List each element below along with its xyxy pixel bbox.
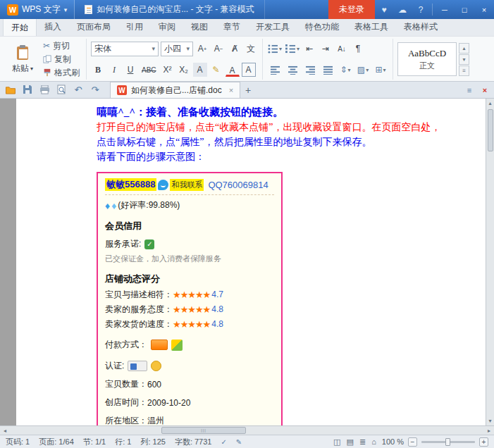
horizontal-scroll-track[interactable]: ||| <box>10 426 484 435</box>
bullet-list-button[interactable]: ▾ <box>267 42 283 56</box>
qq-number: QQ760069814 <box>208 180 268 190</box>
chevron-down-icon: ▾ <box>348 67 351 73</box>
font-size-select[interactable]: 小四 ▾ <box>161 42 193 56</box>
maximize-button[interactable]: □ <box>455 0 474 19</box>
tab-developer[interactable]: 开发工具 <box>248 19 297 36</box>
vertical-scroll-thumb[interactable] <box>488 109 493 151</box>
paragraph-mark-button[interactable]: ¶ <box>351 42 365 56</box>
print-preview-icon <box>56 85 66 94</box>
align-center-button[interactable] <box>285 63 300 77</box>
print-preview-button[interactable] <box>54 82 69 97</box>
web-view-button[interactable]: ⌂ <box>371 437 376 446</box>
app-menu-button[interactable]: W WPS 文字 ▾ <box>0 0 75 19</box>
page[interactable]: 嘻嘻^_^：接着、准备收藏按钮的链接。 打开自己的淘宝店铺，点击“收藏本点铺”，… <box>16 99 486 425</box>
tab-section[interactable]: 章节 <box>216 19 248 36</box>
scroll-left-icon[interactable]: ◂ <box>0 426 10 435</box>
tab-table-style[interactable]: 表格样式 <box>396 19 445 36</box>
new-tab-button[interactable]: + <box>240 82 256 98</box>
undo-button[interactable]: ↶ <box>70 82 86 97</box>
tab-review[interactable]: 审阅 <box>151 19 183 36</box>
window-title-tab[interactable]: 如何装修自己的淘宝店... - 文字 - 兼容模式 <box>75 0 264 19</box>
sort-button[interactable]: A↓ <box>335 42 349 56</box>
login-button[interactable]: 未登录 <box>328 0 375 19</box>
scroll-right-icon[interactable]: ▸ <box>484 426 494 435</box>
italic-button[interactable]: I <box>107 63 121 77</box>
style-normal[interactable]: AaBbCcD 正文 <box>397 42 457 76</box>
zoom-in-button[interactable]: + <box>479 437 488 447</box>
clear-format-button[interactable]: Ⱥ <box>228 42 242 56</box>
horizontal-scrollbar[interactable]: ◂ ||| ▸ <box>0 425 494 435</box>
spellcheck-icon[interactable]: ✓ <box>221 438 226 446</box>
help-icon[interactable]: ? <box>412 0 430 19</box>
vertical-scrollbar[interactable]: ▴ ▾ <box>486 99 494 425</box>
save-button[interactable] <box>20 82 35 97</box>
pinyin-guide-button[interactable]: 文 <box>244 42 258 56</box>
tab-references[interactable]: 引用 <box>118 19 151 36</box>
zoom-slider-track[interactable] <box>421 441 475 443</box>
scroll-down-icon[interactable]: ▾ <box>486 416 494 425</box>
minimize-button[interactable]: ─ <box>435 0 455 19</box>
paste-button[interactable]: 粘贴 ▾ <box>7 39 38 79</box>
close-document-button[interactable]: × <box>478 84 491 97</box>
horizontal-scroll-thumb[interactable]: ||| <box>161 427 246 434</box>
page-view-button[interactable]: ▤ <box>347 437 354 447</box>
underline-button[interactable]: U <box>123 63 137 77</box>
document-area: 嘻嘻^_^：接着、准备收藏按钮的链接。 打开自己的淘宝店铺，点击“收藏本点铺”，… <box>0 99 494 425</box>
scroll-up-icon[interactable]: ▴ <box>486 99 494 108</box>
align-left-button[interactable] <box>267 63 283 77</box>
numbered-list-button[interactable]: ▾ <box>285 42 300 56</box>
font-color-button[interactable]: A <box>226 65 240 77</box>
open-file-button[interactable] <box>3 82 18 97</box>
font-family-select[interactable]: 宋体 ▾ <box>91 42 159 56</box>
strikethrough-button[interactable]: ABC <box>140 63 159 77</box>
highlight-color-button[interactable]: ✎ <box>209 63 223 77</box>
tab-insert[interactable]: 插入 <box>37 19 69 36</box>
shading-button[interactable]: ▨ ▾ <box>355 63 371 77</box>
outline-view-button[interactable]: ≣ <box>359 437 366 447</box>
tab-list-icon[interactable]: ≡ <box>463 84 476 97</box>
char-shading-button[interactable]: A <box>193 63 207 77</box>
statusbar-right: ◫ ▤ ≣ ⌂ 100 % − + <box>333 437 488 447</box>
tab-view[interactable]: 视图 <box>183 19 216 36</box>
read-view-button[interactable]: ◫ <box>333 437 340 447</box>
copy-button[interactable]: 复制 <box>41 53 82 66</box>
app-menu-label: WPS 文字 <box>22 4 61 15</box>
style-gallery-more-button[interactable]: ≡ <box>459 66 469 76</box>
field-row: 所在地区： 温州 <box>105 415 274 425</box>
style-scroll-up-button[interactable]: ▴ <box>459 43 469 54</box>
align-right-button[interactable] <box>302 63 318 77</box>
close-tab-icon[interactable]: × <box>229 86 233 94</box>
increase-indent-button[interactable]: ⇥ <box>319 42 333 56</box>
redo-button[interactable]: ↷ <box>87 82 103 97</box>
tab-home[interactable]: 开始 <box>3 19 37 36</box>
edit-mode-icon[interactable]: ✎ <box>236 438 242 446</box>
tab-page-layout[interactable]: 页面布局 <box>69 19 118 36</box>
increase-font-button[interactable]: A+ <box>195 42 209 56</box>
cloud-sync-icon[interactable]: ☁ <box>393 0 412 19</box>
bold-button[interactable]: B <box>91 63 105 77</box>
zoom-out-button[interactable]: − <box>408 437 417 447</box>
justify-button[interactable] <box>320 63 335 77</box>
print-button[interactable] <box>37 82 52 97</box>
zoom-level[interactable]: 100 % <box>382 437 404 446</box>
zoom-slider-thumb[interactable] <box>445 438 450 446</box>
shop-info-image[interactable]: 敏敏556888 和我联系 QQ760069814 ♦ ♦ (好评率:99.88… <box>97 172 283 425</box>
superscript-button[interactable]: X² <box>161 63 175 77</box>
decrease-indent-button[interactable]: ⇤ <box>302 42 316 56</box>
document-tab[interactable]: W 如何装修自己...店铺.doc × <box>110 82 240 98</box>
bullet-list-icon <box>268 44 278 54</box>
cut-button[interactable]: ✂ 剪切 <box>41 39 82 52</box>
subscript-button[interactable]: X₂ <box>177 63 191 77</box>
tab-table-tools[interactable]: 表格工具 <box>347 19 396 36</box>
tab-special-features[interactable]: 特色功能 <box>297 19 347 36</box>
line-spacing-button[interactable]: ⇕ ▾ <box>338 63 353 77</box>
close-window-button[interactable]: × <box>474 0 494 19</box>
align-left-icon <box>270 66 280 75</box>
format-painter-button[interactable]: 格式刷 <box>41 66 82 79</box>
borders-button[interactable]: ⊞ ▾ <box>373 63 388 77</box>
style-scroll-down-button[interactable]: ▾ <box>459 54 469 65</box>
char-border-button[interactable]: A <box>242 63 256 77</box>
favorite-icon[interactable]: ♥ <box>375 0 393 19</box>
decrease-font-button[interactable]: A− <box>211 42 226 56</box>
status-word-count[interactable]: 字数: 7731 <box>175 437 212 447</box>
